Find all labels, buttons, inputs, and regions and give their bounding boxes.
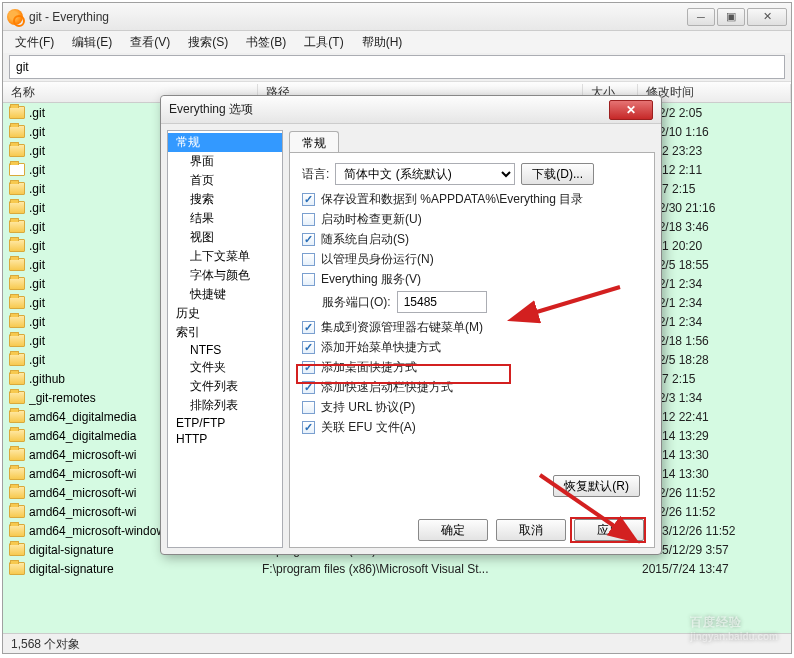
tab-strip: 常规 xyxy=(289,130,655,152)
menu-tools[interactable]: 工具(T) xyxy=(296,32,351,53)
chk-url-label: 支持 URL 协议(P) xyxy=(321,399,415,416)
options-panel: 常规 语言: 简体中文 (系统默认) 下载(D)... 保存设置和数据到 %AP… xyxy=(289,130,655,548)
tree-folders[interactable]: 文件夹 xyxy=(168,358,282,377)
folder-icon xyxy=(9,486,25,499)
tree-general[interactable]: 常规 xyxy=(168,133,282,152)
chk-autostart[interactable] xyxy=(302,233,315,246)
chk-quicklaunch[interactable] xyxy=(302,381,315,394)
options-tree[interactable]: 常规 界面 首页 搜索 结果 视图 上下文菜单 字体与颜色 快捷键 历史 索引 … xyxy=(167,130,283,548)
tree-search[interactable]: 搜索 xyxy=(168,190,282,209)
folder-icon xyxy=(9,106,25,119)
chk-efu-label: 关联 EFU 文件(A) xyxy=(321,419,416,436)
folder-icon xyxy=(9,296,25,309)
tree-filelist[interactable]: 文件列表 xyxy=(168,377,282,396)
folder-icon xyxy=(9,562,25,575)
app-icon xyxy=(7,9,23,25)
menu-help[interactable]: 帮助(H) xyxy=(354,32,411,53)
tree-context[interactable]: 上下文菜单 xyxy=(168,247,282,266)
minimize-button[interactable]: ─ xyxy=(687,8,715,26)
titlebar: git - Everything ─ ▣ ✕ xyxy=(3,3,791,31)
status-text: 1,568 个对象 xyxy=(11,637,80,651)
folder-icon xyxy=(9,201,25,214)
chk-update[interactable] xyxy=(302,213,315,226)
tab-general[interactable]: 常规 xyxy=(289,131,339,153)
folder-icon xyxy=(9,372,25,385)
chk-autostart-label: 随系统自启动(S) xyxy=(321,231,409,248)
apply-button[interactable]: 应用 xyxy=(574,519,644,541)
dialog-close-button[interactable]: ✕ xyxy=(609,100,653,120)
search-input[interactable] xyxy=(9,55,785,79)
port-input[interactable] xyxy=(397,291,487,313)
download-button[interactable]: 下载(D)... xyxy=(521,163,594,185)
chk-service[interactable] xyxy=(302,273,315,286)
dialog-buttons: 确定 取消 应用 xyxy=(418,519,644,541)
tab-content: 语言: 简体中文 (系统默认) 下载(D)... 保存设置和数据到 %APPDA… xyxy=(289,152,655,548)
folder-icon xyxy=(9,524,25,537)
folder-icon xyxy=(9,277,25,290)
statusbar: 1,568 个对象 xyxy=(3,633,791,653)
maximize-button[interactable]: ▣ xyxy=(717,8,745,26)
folder-icon xyxy=(9,543,25,556)
tree-fonts[interactable]: 字体与颜色 xyxy=(168,266,282,285)
dialog-title: Everything 选项 xyxy=(169,101,609,118)
menubar: 文件(F) 编辑(E) 查看(V) 搜索(S) 书签(B) 工具(T) 帮助(H… xyxy=(3,31,791,53)
folder-icon xyxy=(9,448,25,461)
menu-view[interactable]: 查看(V) xyxy=(122,32,178,53)
file-date: 2015/7/24 13:47 xyxy=(642,562,729,576)
chk-efu[interactable] xyxy=(302,421,315,434)
file-path: F:\program files (x86)\Microsoft Visual … xyxy=(262,562,587,576)
menu-bookmarks[interactable]: 书签(B) xyxy=(238,32,294,53)
file-name: digital-signature xyxy=(29,562,262,576)
options-dialog: Everything 选项 ✕ 常规 界面 首页 搜索 结果 视图 上下文菜单 … xyxy=(160,95,662,555)
tree-http[interactable]: HTTP xyxy=(168,431,282,447)
chk-desktop[interactable] xyxy=(302,361,315,374)
tree-ntfs[interactable]: NTFS xyxy=(168,342,282,358)
tree-view[interactable]: 视图 xyxy=(168,228,282,247)
folder-icon xyxy=(9,505,25,518)
menu-search[interactable]: 搜索(S) xyxy=(180,32,236,53)
search-bar xyxy=(9,55,785,79)
folder-icon xyxy=(9,391,25,404)
tree-results[interactable]: 结果 xyxy=(168,209,282,228)
tree-history[interactable]: 历史 xyxy=(168,304,282,323)
language-select[interactable]: 简体中文 (系统默认) xyxy=(335,163,515,185)
folder-icon xyxy=(9,144,25,157)
chk-admin-label: 以管理员身份运行(N) xyxy=(321,251,434,268)
folder-icon xyxy=(9,163,25,176)
folder-icon xyxy=(9,125,25,138)
chk-update-label: 启动时检查更新(U) xyxy=(321,211,422,228)
folder-icon xyxy=(9,353,25,366)
tree-etpftp[interactable]: ETP/FTP xyxy=(168,415,282,431)
close-button[interactable]: ✕ xyxy=(747,8,787,26)
chk-desktop-label: 添加桌面快捷方式 xyxy=(321,359,417,376)
chk-appdata[interactable] xyxy=(302,193,315,206)
tree-ui[interactable]: 界面 xyxy=(168,152,282,171)
folder-icon xyxy=(9,239,25,252)
chk-explorer-label: 集成到资源管理器右键菜单(M) xyxy=(321,319,483,336)
restore-defaults-button[interactable]: 恢复默认(R) xyxy=(553,475,640,497)
folder-icon xyxy=(9,220,25,233)
chk-quicklaunch-label: 添加快速启动栏快捷方式 xyxy=(321,379,453,396)
cancel-button[interactable]: 取消 xyxy=(496,519,566,541)
chk-startmenu[interactable] xyxy=(302,341,315,354)
chk-startmenu-label: 添加开始菜单快捷方式 xyxy=(321,339,441,356)
chk-explorer[interactable] xyxy=(302,321,315,334)
chk-url[interactable] xyxy=(302,401,315,414)
table-row[interactable]: digital-signatureF:\program files (x86)\… xyxy=(3,559,791,578)
folder-icon xyxy=(9,182,25,195)
window-controls: ─ ▣ ✕ xyxy=(687,8,787,26)
tree-exclude[interactable]: 排除列表 xyxy=(168,396,282,415)
tree-home[interactable]: 首页 xyxy=(168,171,282,190)
ok-button[interactable]: 确定 xyxy=(418,519,488,541)
port-label: 服务端口(O): xyxy=(322,294,391,311)
chk-appdata-label: 保存设置和数据到 %APPDATA%\Everything 目录 xyxy=(321,191,583,208)
tree-index[interactable]: 索引 xyxy=(168,323,282,342)
folder-icon xyxy=(9,410,25,423)
menu-edit[interactable]: 编辑(E) xyxy=(64,32,120,53)
menu-file[interactable]: 文件(F) xyxy=(7,32,62,53)
tree-shortcut[interactable]: 快捷键 xyxy=(168,285,282,304)
folder-icon xyxy=(9,429,25,442)
folder-icon xyxy=(9,258,25,271)
folder-icon xyxy=(9,334,25,347)
chk-admin[interactable] xyxy=(302,253,315,266)
